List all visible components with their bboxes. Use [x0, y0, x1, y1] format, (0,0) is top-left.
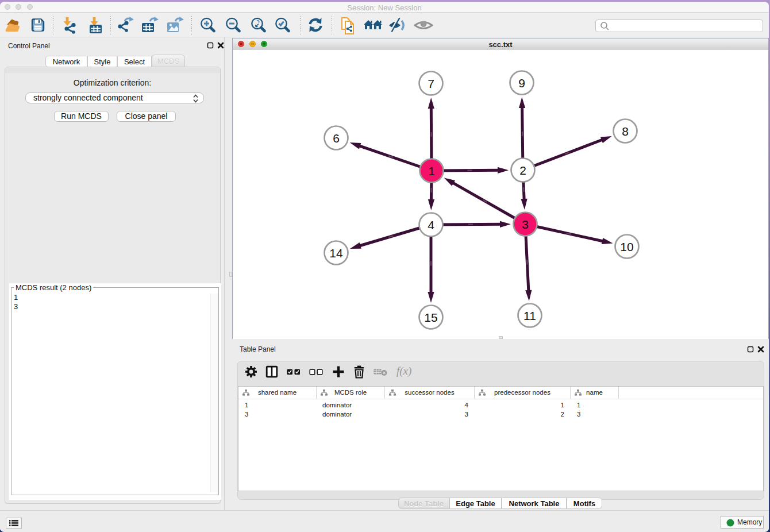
svg-text:7: 7: [428, 77, 434, 90]
svg-text:2: 2: [519, 164, 526, 177]
svg-text:4: 4: [428, 218, 434, 232]
svg-text:8: 8: [622, 125, 629, 138]
svg-text:1: 1: [428, 164, 435, 178]
svg-text:15: 15: [424, 311, 437, 324]
svg-text:3: 3: [522, 218, 529, 231]
svg-text:6: 6: [333, 132, 340, 145]
svg-text:11: 11: [523, 309, 536, 322]
svg-text:10: 10: [620, 240, 633, 253]
svg-text:14: 14: [329, 246, 343, 260]
svg-text:9: 9: [518, 76, 525, 90]
